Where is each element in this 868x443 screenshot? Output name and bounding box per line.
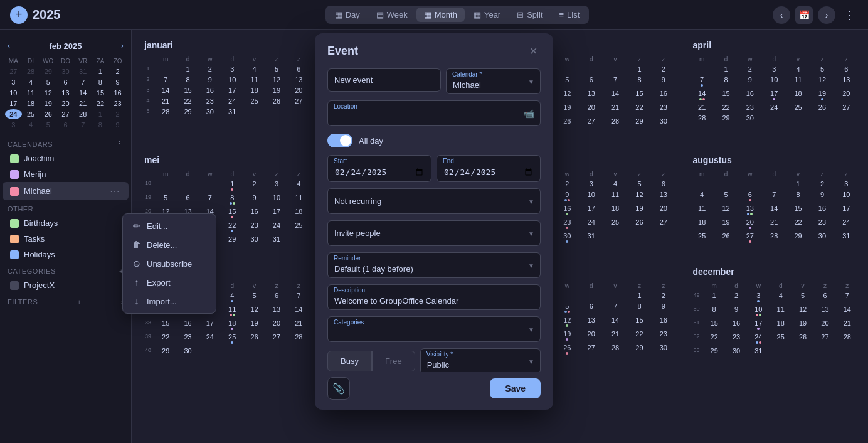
status-tab-busy[interactable]: Busy [327, 351, 372, 371]
month-cal-day[interactable]: 17 [199, 318, 221, 331]
month-cal-day[interactable]: 12 [810, 75, 834, 88]
month-cal-day[interactable]: 16 [177, 318, 198, 331]
month-cal-day[interactable]: 20 [580, 102, 603, 115]
mini-day[interactable]: 19 [40, 99, 56, 109]
sidebar-item-holidays[interactable]: Holidays [3, 247, 129, 262]
month-cal-day[interactable]: 5 [556, 301, 579, 314]
month-cal-day[interactable]: 30 [199, 107, 221, 117]
month-cal-day[interactable]: 21 [691, 102, 714, 112]
month-cal-day[interactable]: 24 [221, 96, 243, 106]
mini-day[interactable]: 16 [109, 88, 126, 98]
month-cal-day[interactable]: 11 [243, 75, 265, 85]
modal-close-button[interactable]: ✕ [526, 43, 541, 58]
month-cal-day[interactable]: 2 [199, 64, 221, 74]
month-cal-day[interactable]: 3 [835, 179, 858, 189]
month-cal-day[interactable]: 23 [243, 220, 265, 233]
month-cal-day[interactable]: 15 [628, 315, 651, 328]
month-cal-day[interactable]: 17 [580, 203, 603, 216]
month-cal-day[interactable]: 16 [738, 88, 761, 102]
month-cal-day[interactable]: 27 [580, 116, 603, 129]
mini-day[interactable]: 12 [40, 88, 56, 98]
month-cal-day[interactable]: 15 [786, 203, 810, 216]
sidebar-item-birthdays[interactable]: Birthdays [3, 215, 129, 231]
month-cal-day[interactable]: 8 [714, 75, 738, 88]
month-cal-day[interactable]: 26 [556, 343, 579, 356]
recurring-select[interactable]: Not recurring Daily Weekly Monthly Yearl… [327, 188, 541, 214]
month-cal-day[interactable]: 31 [221, 107, 243, 117]
month-cal-day[interactable]: 19 [556, 329, 579, 342]
month-cal-day[interactable]: 6 [580, 75, 603, 88]
month-cal-day[interactable]: 8 [177, 75, 198, 85]
month-cal-day[interactable]: 14 [691, 88, 714, 102]
month-cal-day[interactable]: 30 [726, 346, 747, 356]
month-cal-day[interactable]: 30 [177, 346, 198, 356]
mini-day[interactable]: 7 [75, 120, 92, 130]
month-cal-day[interactable]: 28 [691, 113, 714, 123]
mini-day[interactable]: 23 [109, 99, 126, 109]
month-cal-day[interactable]: 12 [556, 315, 579, 328]
month-cal-day[interactable]: 28 [603, 343, 627, 356]
month-cal-day[interactable]: 16 [243, 206, 265, 220]
month-cal-day[interactable]: 5 [243, 291, 265, 304]
month-cal-day[interactable]: 25 [243, 96, 265, 106]
month-cal-day[interactable]: 1 [628, 291, 651, 301]
mini-day[interactable]: 10 [5, 88, 22, 98]
month-cal-day[interactable]: 10 [580, 189, 603, 203]
mini-day[interactable]: 28 [23, 67, 40, 77]
month-cal-day[interactable]: 10 [835, 189, 858, 203]
month-cal-day[interactable]: 12 [556, 88, 579, 102]
mini-cal-next[interactable]: › [119, 40, 126, 51]
month-cal-day[interactable]: 23 [810, 217, 834, 230]
month-cal-day[interactable]: 31 [266, 234, 287, 244]
month-cal-day[interactable]: 24 [580, 217, 603, 230]
month-cal-day[interactable]: 26 [266, 96, 287, 106]
month-cal-day[interactable]: 6 [177, 193, 198, 206]
all-day-toggle[interactable] [327, 134, 352, 147]
month-cal-day[interactable]: 24 [266, 220, 287, 233]
month-cal-day[interactable]: 29 [628, 116, 651, 129]
month-cal-day[interactable]: 6 [814, 291, 835, 304]
mini-day[interactable]: 9 [109, 77, 126, 87]
month-cal-day[interactable]: 28 [603, 116, 627, 129]
month-cal-day[interactable]: 26 [628, 217, 651, 230]
month-cal-day[interactable]: 22 [155, 332, 176, 345]
month-cal-day[interactable]: 24 [748, 332, 769, 345]
month-cal-day[interactable]: 9 [243, 193, 265, 206]
month-cal-day[interactable]: 11 [603, 189, 627, 203]
mini-day[interactable]: 2 [109, 109, 126, 119]
mini-day[interactable]: 9 [109, 120, 126, 130]
month-cal-day[interactable]: 6 [652, 179, 675, 189]
context-menu-export[interactable]: ↑ Export [123, 273, 216, 292]
month-cal-day[interactable]: 20 [738, 217, 761, 230]
mini-day[interactable]: 6 [57, 77, 74, 87]
month-cal-day[interactable]: 7 [603, 75, 627, 88]
month-cal-day[interactable]: 3 [580, 179, 603, 189]
month-cal-day[interactable]: 5 [628, 179, 651, 189]
mini-day[interactable]: 27 [5, 67, 22, 77]
month-cal-day[interactable]: 13 [738, 203, 761, 216]
month-cal-day[interactable]: 17 [266, 206, 287, 220]
calendars-more-icon[interactable]: ⋮ [116, 140, 124, 148]
month-cal-day[interactable]: 4 [770, 291, 791, 304]
month-cal-day[interactable]: 4 [603, 179, 627, 189]
month-cal-day[interactable]: 19 [714, 217, 738, 230]
month-cal-day[interactable]: 9 [652, 301, 675, 314]
michael-more-icon[interactable]: ⋯ [109, 185, 121, 197]
mini-day[interactable]: 13 [57, 88, 74, 98]
nav-prev-button[interactable]: ‹ [773, 6, 790, 24]
month-cal-day[interactable]: 23 [738, 102, 761, 112]
tab-month[interactable]: ▦ Month [416, 8, 465, 22]
month-cal-day[interactable]: 30 [810, 231, 834, 244]
month-cal-day[interactable]: 26 [810, 102, 834, 112]
month-cal-day[interactable]: 30 [652, 343, 675, 356]
month-cal-day[interactable]: 14 [603, 88, 627, 102]
month-cal-day[interactable]: 21 [837, 318, 858, 331]
month-cal-day[interactable]: 8 [704, 304, 725, 318]
month-cal-day[interactable]: 22 [628, 102, 651, 115]
context-menu-edit[interactable]: ✏ Edit... [123, 216, 216, 235]
month-cal-day[interactable]: 12 [714, 203, 738, 216]
month-cal-day[interactable]: 22 [714, 102, 738, 112]
month-cal-day[interactable]: 9 [810, 189, 834, 203]
month-cal-day[interactable]: 14 [603, 315, 627, 328]
month-cal-day[interactable]: 8 [221, 193, 243, 206]
